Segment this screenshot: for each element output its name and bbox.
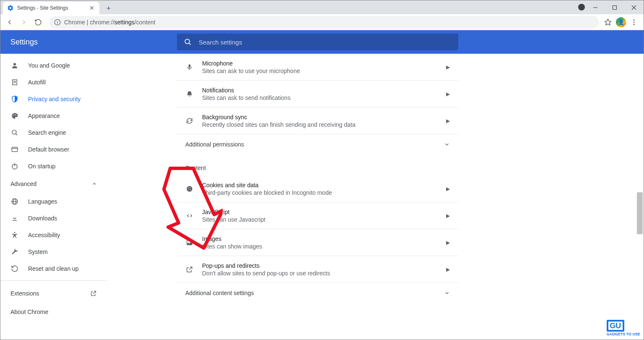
sidebar-label: Downloads: [28, 215, 57, 222]
row-popups-redirects[interactable]: Pop-ups and redirects Don't allow sites …: [177, 256, 458, 283]
image-icon: [185, 239, 194, 246]
row-title: Background sync: [202, 114, 438, 120]
row-title: Notifications: [202, 87, 438, 94]
row-cookies[interactable]: Cookies and site data Third-party cookie…: [177, 175, 458, 202]
svg-point-36: [190, 187, 191, 188]
sidebar-advanced-toggle[interactable]: Advanced: [0, 175, 107, 193]
sidebar-item-system[interactable]: System: [0, 243, 102, 260]
sidebar-item-autofill[interactable]: Autofill: [0, 74, 102, 91]
sidebar-label: Privacy and security: [28, 96, 80, 102]
row-microphone[interactable]: Microphone Sites can ask to use your mic…: [177, 54, 458, 81]
sidebar-item-accessibility[interactable]: Accessibility: [0, 227, 102, 243]
svg-point-35: [188, 187, 189, 188]
bookmark-star-icon[interactable]: [604, 18, 612, 26]
row-images[interactable]: Images Sites can show images ▶: [177, 229, 458, 256]
palette-icon: [10, 112, 19, 120]
svg-point-20: [12, 130, 16, 134]
window-tab-bar: Settings - Site Settings ✕ +: [0, 0, 644, 14]
row-sub: Sites can use Javascript: [202, 216, 438, 223]
sidebar-item-default-browser[interactable]: Default browser: [0, 141, 102, 158]
svg-rect-29: [13, 220, 17, 221]
settings-sidebar: You and Google Autofill Privacy and secu…: [0, 54, 107, 340]
sidebar-item-appearance[interactable]: Appearance: [0, 107, 102, 124]
tab-close-icon[interactable]: ✕: [88, 5, 95, 11]
svg-point-10: [634, 24, 635, 25]
svg-point-30: [14, 232, 16, 233]
row-title: Images: [202, 235, 438, 242]
svg-point-8: [634, 19, 635, 21]
cookie-icon: [185, 185, 194, 193]
back-button[interactable]: [4, 16, 16, 28]
sidebar-label: Search engine: [28, 129, 66, 136]
row-background-sync[interactable]: Background sync Recently closed sites ca…: [177, 107, 458, 134]
row-notifications[interactable]: Notifications Sites can ask to send noti…: [177, 81, 458, 107]
svg-rect-6: [57, 22, 57, 24]
site-settings-panel: Microphone Sites can ask to use your mic…: [177, 54, 458, 303]
sidebar-item-on-startup[interactable]: On startup: [0, 158, 102, 175]
svg-point-5: [57, 21, 58, 21]
svg-point-19: [16, 115, 16, 116]
svg-point-38: [188, 189, 189, 190]
svg-point-9: [634, 21, 635, 23]
site-info-icon[interactable]: [54, 19, 61, 26]
sidebar-label: Accessibility: [28, 232, 60, 238]
row-title: Microphone: [202, 60, 438, 67]
row-javascript[interactable]: JavaScript Sites can use Javascript ▶: [177, 202, 458, 229]
person-icon: [10, 62, 19, 69]
svg-line-21: [16, 133, 17, 135]
globe-icon: [10, 198, 19, 205]
wrench-icon: [10, 248, 19, 256]
row-additional-permissions[interactable]: Additional permissions: [177, 134, 458, 154]
sidebar-extensions[interactable]: Extensions: [0, 284, 107, 303]
svg-line-31: [93, 291, 96, 294]
settings-main: Microphone Sites can ask to use your mic…: [107, 54, 644, 340]
sidebar-item-downloads[interactable]: Downloads: [0, 210, 102, 227]
accessibility-icon: [10, 231, 19, 239]
open-external-icon: [90, 290, 97, 297]
sidebar-item-search-engine[interactable]: Search engine: [0, 124, 102, 141]
sidebar-label: You and Google: [28, 62, 70, 69]
browser-toolbar: Chrome | chrome://settings/content 👤: [0, 14, 644, 30]
svg-point-17: [14, 114, 15, 115]
power-icon: [10, 162, 19, 170]
search-icon: [184, 38, 192, 46]
profile-avatar[interactable]: 👤: [616, 17, 626, 27]
svg-point-18: [15, 114, 16, 115]
sync-icon: [185, 117, 194, 125]
shield-icon: [10, 95, 19, 103]
row-additional-content[interactable]: Additional content settings: [177, 283, 458, 303]
reload-button[interactable]: [32, 16, 44, 28]
sidebar-about-chrome[interactable]: About Chrome: [0, 303, 107, 321]
sidebar-item-reset[interactable]: Reset and clean up: [0, 260, 102, 277]
chevron-right-icon: ▶: [446, 64, 450, 70]
maximize-button[interactable]: [605, 0, 624, 14]
search-settings-box[interactable]: [177, 34, 458, 50]
chevron-right-icon: ▶: [446, 91, 450, 97]
chevron-right-icon: ▶: [446, 118, 450, 124]
sidebar-label: Reset and clean up: [28, 265, 79, 272]
close-window-button[interactable]: [624, 0, 644, 14]
browser-menu-icon[interactable]: [630, 18, 638, 26]
scrollbar-thumb[interactable]: [637, 192, 643, 234]
row-title: JavaScript: [202, 209, 438, 215]
launch-icon: [185, 266, 194, 273]
sidebar-label: Default browser: [28, 146, 69, 153]
sidebar-label: Languages: [28, 198, 57, 205]
forward-button[interactable]: [18, 16, 30, 28]
svg-rect-32: [189, 64, 191, 68]
sidebar-item-you-and-google[interactable]: You and Google: [0, 57, 102, 74]
row-sub: Don't allow sites to send pop-ups or use…: [202, 270, 438, 277]
sidebar-item-privacy-security[interactable]: Privacy and security: [0, 91, 102, 107]
row-sub: Third-party cookies are blocked in Incog…: [202, 189, 438, 196]
mic-icon: [185, 63, 194, 71]
omnibox-url: Chrome | chrome://settings/content: [64, 19, 156, 26]
new-tab-button[interactable]: +: [103, 3, 114, 14]
svg-point-11: [185, 39, 190, 44]
search-settings-input[interactable]: [199, 39, 452, 46]
address-bar[interactable]: Chrome | chrome://settings/content: [49, 16, 599, 29]
sidebar-item-languages[interactable]: Languages: [0, 193, 102, 210]
assignment-icon: [10, 78, 19, 86]
browser-tab[interactable]: Settings - Site Settings ✕: [3, 2, 99, 14]
svg-point-37: [190, 189, 191, 190]
minimize-button[interactable]: [586, 0, 605, 14]
